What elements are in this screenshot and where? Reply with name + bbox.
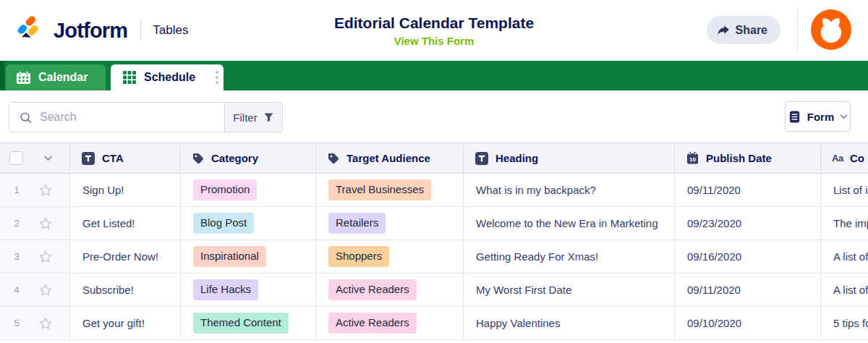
avatar-icon — [810, 9, 852, 51]
cell-heading[interactable]: Getting Ready For Xmas! — [464, 240, 675, 273]
star-icon[interactable] — [38, 216, 54, 232]
cell-category[interactable]: Promotion — [181, 174, 316, 206]
cell-cta[interactable]: Sign Up! — [70, 174, 181, 206]
table-row: 4 Subscribe! Life Hacks Active Readers M… — [0, 274, 868, 307]
column-type-icon — [192, 152, 205, 165]
cell-target-audience[interactable]: Active Readers — [316, 307, 464, 339]
cell-category[interactable]: Life Hacks — [181, 274, 316, 306]
cell-category[interactable]: Themed Content — [181, 307, 316, 339]
row-number: 3 — [10, 251, 23, 262]
row-select-cell: 3 — [0, 240, 70, 273]
column-label: Co — [850, 152, 864, 164]
chevron-down-icon — [840, 114, 848, 119]
search-box[interactable] — [9, 102, 225, 132]
app-header: Jotform Tables Editorial Calendar Templa… — [0, 0, 868, 61]
tab-calendar[interactable]: Calendar — [6, 64, 106, 90]
filter-label: Filter — [233, 111, 257, 124]
cell-category[interactable]: Inspirational — [181, 240, 316, 273]
product-name: Tables — [153, 23, 188, 38]
audience-badge: Retailers — [328, 213, 386, 234]
cell-cta[interactable]: Pre-Order Now! — [70, 240, 181, 273]
row-number: 4 — [10, 284, 23, 295]
cell-target-audience[interactable]: Shoppers — [316, 240, 464, 273]
cell-publish-date[interactable]: 09/10/2020 — [675, 307, 821, 339]
category-badge: Life Hacks — [193, 279, 258, 300]
star-icon[interactable] — [38, 316, 54, 331]
cell-cta[interactable]: Subscribe! — [70, 274, 181, 306]
cell-content[interactable]: 5 tips fo — [821, 307, 868, 339]
star-icon[interactable] — [38, 249, 54, 265]
brand-divider — [140, 20, 141, 41]
form-icon — [788, 110, 801, 124]
column-header-publish-date[interactable]: 10 Publish Date — [675, 143, 821, 173]
column-label: Heading — [495, 152, 538, 164]
jotform-logo-icon — [14, 14, 46, 46]
share-button[interactable]: Share — [707, 16, 780, 44]
table-row: 2 Get Listed! Blog Post Retailers Welcom… — [0, 207, 868, 240]
rows-chevron-down-icon[interactable] — [43, 156, 53, 161]
cell-heading[interactable]: Welcome to the New Era in Marketing — [464, 207, 675, 240]
tab-options-kebab-icon[interactable] — [213, 68, 221, 87]
cell-category[interactable]: Blog Post — [181, 207, 316, 240]
row-select-cell: 5 — [0, 307, 70, 339]
tab-schedule-label: Schedule — [144, 71, 195, 84]
column-label: Target Audience — [346, 152, 430, 164]
cell-target-audience[interactable]: Travel Businesses — [316, 174, 464, 206]
tab-calendar-label: Calendar — [38, 71, 88, 84]
filter-button[interactable]: Filter — [224, 102, 283, 132]
cell-target-audience[interactable]: Active Readers — [316, 274, 464, 306]
column-label: Publish Date — [706, 152, 772, 164]
avatar[interactable] — [810, 9, 852, 51]
cell-content[interactable]: A list of — [821, 240, 868, 273]
search-input[interactable] — [40, 111, 224, 124]
column-type-icon: 10 — [686, 151, 699, 165]
category-badge: Blog Post — [193, 213, 254, 234]
cell-publish-date[interactable]: 09/23/2020 — [675, 207, 821, 240]
cell-content[interactable]: A list of — [821, 274, 868, 306]
column-header-category[interactable]: Category — [181, 143, 316, 173]
table-row: 3 Pre-Order Now! Inspirational Shoppers … — [0, 240, 868, 274]
cell-publish-date[interactable]: 09/16/2020 — [675, 240, 821, 273]
audience-badge: Active Readers — [328, 313, 417, 334]
cell-cta[interactable]: Get Listed! — [70, 207, 181, 240]
star-icon[interactable] — [38, 282, 54, 298]
view-this-form-link[interactable]: View This Form — [394, 35, 475, 47]
audience-badge: Shoppers — [328, 246, 389, 267]
cell-heading[interactable]: Happy Valentines — [464, 307, 675, 339]
cell-cta[interactable]: Get your gift! — [70, 307, 181, 339]
column-label: Category — [211, 152, 258, 164]
cell-heading[interactable]: My Worst First Date — [464, 274, 675, 306]
tab-bar-edge — [0, 61, 4, 90]
column-header-co[interactable]: Aa Co — [821, 143, 868, 173]
category-badge: Promotion — [193, 179, 257, 200]
header-select-cell — [0, 143, 70, 173]
category-badge: Themed Content — [193, 313, 289, 334]
cell-heading[interactable]: What is in my backpack? — [464, 174, 675, 206]
share-label: Share — [736, 24, 767, 37]
data-table: CTA Category Target Audience Heading 10 … — [0, 143, 868, 340]
jotform-tables-app: Jotform Tables Editorial Calendar Templa… — [0, 0, 868, 343]
row-select-cell: 2 — [0, 207, 70, 240]
column-header-cta[interactable]: CTA — [70, 143, 181, 173]
page-title: Editorial Calendar Template — [334, 14, 534, 32]
form-view-button[interactable]: Form — [785, 101, 851, 132]
select-all-checkbox[interactable] — [9, 151, 23, 165]
column-header-target-audience[interactable]: Target Audience — [316, 143, 464, 173]
share-icon — [717, 24, 730, 37]
form-label: Form — [807, 111, 835, 123]
brand-name: Jotform — [54, 19, 127, 43]
cell-target-audience[interactable]: Retailers — [316, 207, 464, 240]
column-header-heading[interactable]: Heading — [464, 143, 675, 173]
star-icon[interactable] — [38, 182, 54, 198]
table-header-row: CTA Category Target Audience Heading 10 … — [0, 143, 868, 174]
cell-publish-date[interactable]: 09/11/2020 — [675, 274, 821, 306]
cell-content[interactable]: The imp — [821, 207, 868, 240]
row-number: 2 — [10, 218, 23, 229]
svg-text:10: 10 — [689, 156, 696, 163]
cell-publish-date[interactable]: 09/11/2020 — [675, 174, 821, 206]
tab-schedule[interactable]: Schedule — [111, 64, 224, 90]
cell-content[interactable]: List of i — [821, 174, 868, 206]
table-body: 1 Sign Up! Promotion Travel Businesses W… — [0, 174, 868, 340]
search-icon — [19, 111, 33, 124]
brand[interactable]: Jotform Tables — [14, 0, 188, 61]
